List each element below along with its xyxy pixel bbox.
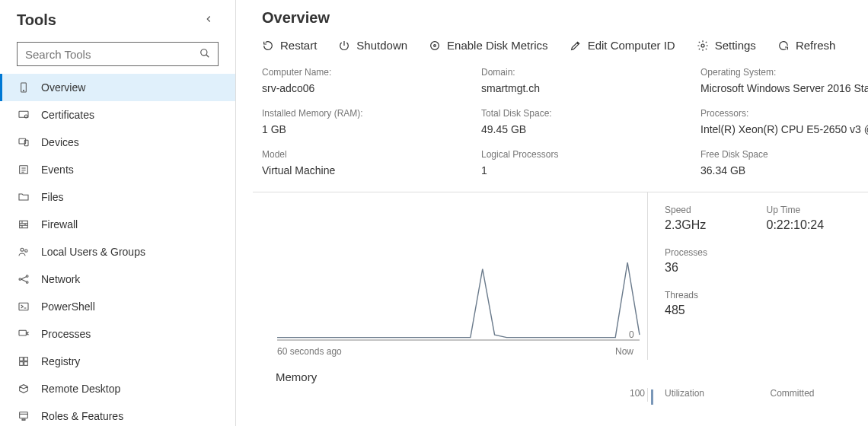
memory-side-stats: 100 Utilization Committed: [647, 388, 868, 402]
restart-icon: [262, 40, 274, 52]
info-os: Operating System:Microsoft Windows Serve…: [700, 67, 868, 94]
sidebar-item-devices[interactable]: Devices: [0, 129, 235, 156]
tool-list: Overview Certificates Devices Events Fil…: [0, 74, 235, 426]
info-domain: Domain:smartmgt.ch: [481, 67, 694, 94]
stat-processes: Processes36: [665, 247, 759, 275]
sidebar-item-label: Network: [41, 273, 80, 285]
stat-threads: Threads485: [665, 290, 759, 317]
overview-icon: [17, 81, 30, 94]
sidebar-item-overview[interactable]: Overview: [0, 74, 235, 101]
svg-rect-19: [24, 362, 28, 366]
svg-point-12: [26, 275, 28, 278]
enable-disk-metrics-button[interactable]: Enable Disk Metrics: [429, 39, 548, 52]
roles-icon: [17, 409, 30, 423]
info-computer-name: Computer Name:srv-adco06: [262, 67, 475, 94]
svg-rect-17: [24, 358, 28, 361]
sidebar-item-label: Remote Desktop: [41, 383, 120, 395]
sidebar-title: Tools: [17, 11, 56, 29]
svg-point-13: [26, 281, 28, 284]
search-icon: [199, 48, 210, 61]
memory-chart: [276, 388, 647, 402]
collapse-sidebar-button[interactable]: [199, 9, 219, 31]
cpu-y-min-label: 0: [629, 329, 652, 340]
sidebar-item-network[interactable]: Network: [0, 265, 235, 293]
info-disk-free: Free Disk Space36.34 GB: [700, 149, 868, 176]
refresh-button[interactable]: Refresh: [777, 39, 836, 52]
search-tools-box[interactable]: [17, 42, 219, 66]
sidebar-item-label: PowerShell: [41, 300, 95, 313]
edit-icon: [570, 40, 582, 52]
sidebar-item-label: Overview: [41, 81, 85, 94]
sidebar-item-label: Certificates: [41, 109, 94, 121]
search-input[interactable]: [25, 48, 199, 61]
sidebar-item-firewall[interactable]: Firewall: [0, 211, 235, 238]
processes-icon: [17, 327, 30, 341]
gear-icon: [697, 40, 709, 52]
users-icon: [17, 245, 30, 259]
sidebar-item-roles[interactable]: Roles & Features: [0, 402, 235, 426]
refresh-icon: [777, 40, 790, 52]
svg-point-24: [701, 44, 704, 47]
sidebar-item-label: Devices: [41, 136, 79, 148]
sidebar-item-events[interactable]: Events: [0, 156, 235, 183]
disk-icon: [429, 40, 441, 52]
restart-button[interactable]: Restart: [262, 39, 317, 52]
sidebar-item-label: Local Users & Groups: [41, 246, 145, 258]
svg-rect-21: [22, 419, 25, 420]
remote-desktop-icon: [17, 382, 30, 396]
sidebar-item-remote-desktop[interactable]: Remote Desktop: [0, 375, 235, 402]
tools-sidebar: Tools Overview Certificates: [0, 0, 236, 426]
sidebar-item-label: Processes: [41, 328, 91, 340]
svg-rect-18: [20, 362, 24, 366]
sidebar-item-files[interactable]: Files: [0, 183, 235, 211]
chevron-left-icon: [203, 12, 214, 27]
svg-rect-3: [19, 111, 28, 117]
stat-uptime: Up Time0:22:10:24: [767, 205, 861, 232]
info-model: ModelVirtual Machine: [262, 149, 475, 176]
sidebar-item-label: Roles & Features: [41, 410, 123, 422]
page-title: Overview: [236, 0, 868, 34]
info-processors: Processors:Intel(R) Xeon(R) CPU E5-2650 …: [700, 108, 868, 135]
powershell-icon: [17, 300, 30, 313]
svg-point-9: [21, 248, 24, 251]
files-icon: [17, 190, 30, 204]
memory-title: Memory: [276, 370, 868, 383]
info-ram: Installed Memory (RAM):1 GB: [262, 108, 475, 135]
sidebar-item-label: Firewall: [41, 218, 78, 230]
svg-point-11: [19, 278, 21, 281]
svg-rect-6: [24, 140, 28, 145]
svg-rect-16: [20, 358, 24, 361]
memory-y-max: 100: [630, 388, 645, 399]
stat-speed: Speed2.3GHz: [665, 205, 759, 232]
memory-section: Memory 100 Utilization Committed: [236, 360, 868, 402]
svg-rect-20: [20, 412, 28, 418]
registry-icon: [17, 354, 30, 368]
certificate-icon: [17, 108, 30, 122]
info-disk-total: Total Disk Space:49.45 GB: [481, 108, 694, 135]
svg-point-2: [23, 90, 24, 91]
cpu-x-end-label: Now: [615, 346, 633, 357]
sidebar-item-powershell[interactable]: PowerShell: [0, 293, 235, 320]
sidebar-item-label: Events: [41, 164, 74, 176]
action-bar: Restart Shutdown Enable Disk Metrics Edi…: [236, 34, 868, 61]
svg-rect-8: [20, 221, 28, 227]
cpu-side-stats: Speed2.3GHz Up Time0:22:10:24 Processes3…: [647, 192, 868, 360]
svg-rect-15: [19, 330, 26, 335]
sidebar-item-registry[interactable]: Registry: [0, 348, 235, 375]
svg-point-0: [201, 49, 207, 55]
main-panel: Overview Restart Shutdown Enable Disk Me…: [236, 0, 868, 426]
cpu-chart: 0 60 seconds ago Now: [253, 192, 647, 360]
sidebar-item-certificates[interactable]: Certificates: [0, 101, 235, 129]
sidebar-item-processes[interactable]: Processes: [0, 320, 235, 348]
info-grid: Computer Name:srv-adco06 Domain:smartmgt…: [236, 61, 868, 192]
shutdown-button[interactable]: Shutdown: [338, 39, 407, 52]
settings-button[interactable]: Settings: [697, 39, 756, 52]
devices-icon: [17, 135, 30, 149]
info-logical-processors: Logical Processors1: [481, 149, 694, 176]
network-icon: [17, 272, 30, 286]
cpu-metrics-panel: 0 60 seconds ago Now Speed2.3GHz Up Time…: [253, 192, 868, 360]
firewall-icon: [17, 218, 30, 231]
edit-computer-id-button[interactable]: Edit Computer ID: [570, 39, 675, 52]
svg-point-22: [431, 41, 439, 49]
sidebar-item-local-users[interactable]: Local Users & Groups: [0, 238, 235, 265]
